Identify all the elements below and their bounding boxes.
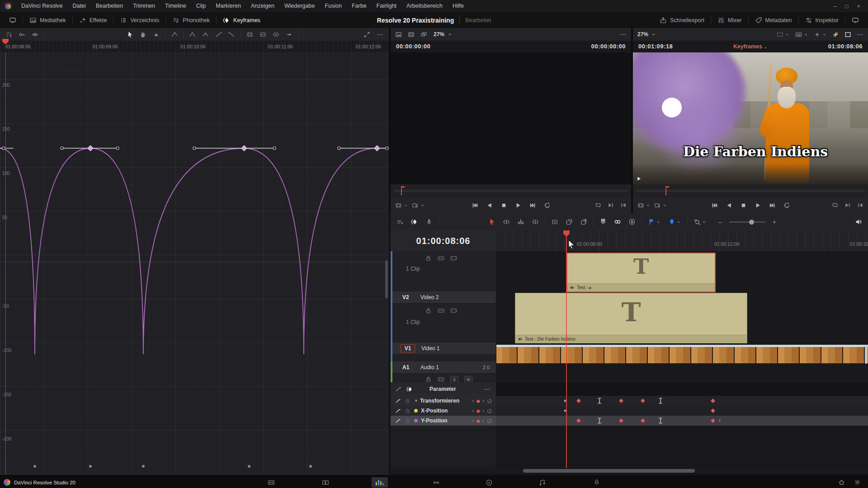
shapein-icon[interactable]: [215, 31, 222, 38]
timeline-viewer-scrub-bar[interactable]: [633, 184, 868, 197]
source-viewer-screen[interactable]: [391, 52, 631, 184]
mute-button[interactable]: M: [464, 376, 472, 382]
page-deliver[interactable]: [589, 477, 605, 488]
hq-icon[interactable]: HQ: [795, 31, 808, 38]
metadaten-button[interactable]: Metadaten: [749, 12, 798, 28]
link-icon[interactable]: [614, 218, 621, 225]
keyframe-curve-graph[interactable]: 20015010050-50-100-150-200: [0, 52, 389, 474]
brackets-icon[interactable]: [532, 218, 539, 225]
keyframe-diamond[interactable]: [641, 399, 645, 403]
film-icon[interactable]: [450, 255, 457, 262]
key-icon[interactable]: [19, 31, 25, 38]
menu-markieren[interactable]: Markieren: [211, 0, 246, 12]
keyframe-ibeam[interactable]: [659, 398, 662, 404]
cursor-icon[interactable]: [488, 218, 495, 225]
loop-button[interactable]: [544, 202, 551, 209]
track-header-v1[interactable]: V1 Video 1: [392, 343, 496, 355]
mixer-button[interactable]: Mixer: [711, 12, 748, 28]
mic-icon[interactable]: [425, 218, 433, 225]
keyframes-icon[interactable]: [406, 386, 413, 393]
gear-icon[interactable]: [854, 479, 861, 486]
lock-icon[interactable]: [425, 307, 432, 314]
flag-icon[interactable]: [648, 218, 661, 225]
loop-button[interactable]: [783, 202, 790, 209]
page-edit[interactable]: [372, 477, 388, 488]
playbar-button[interactable]: [608, 202, 614, 208]
zoom-select[interactable]: 27%: [637, 31, 656, 38]
code-icon[interactable]: [438, 376, 444, 382]
expand-icon[interactable]: [363, 31, 370, 38]
timeline-playhead-line[interactable]: [566, 230, 567, 468]
timeline-clip-text-v3[interactable]: T Text - ▸: [566, 253, 716, 292]
zoom-out-button[interactable]: –: [718, 218, 722, 226]
replace-icon[interactable]: [580, 218, 587, 225]
skipstart-button[interactable]: [711, 202, 718, 209]
magnifier-icon[interactable]: [693, 218, 707, 225]
keyframe-lane[interactable]: ›: [496, 416, 868, 426]
magnet-icon[interactable]: [599, 218, 607, 225]
menu-bearbeiten[interactable]: Bearbeiten: [91, 0, 128, 12]
hand-icon[interactable]: [140, 31, 146, 38]
shapelin-icon[interactable]: [189, 31, 196, 38]
keyframes-icon[interactable]: [411, 218, 418, 225]
insert-icon[interactable]: [551, 218, 558, 225]
looprange-button[interactable]: [595, 202, 601, 208]
safearea-icon[interactable]: [408, 31, 415, 38]
keyframe-diamond[interactable]: [711, 399, 715, 403]
lock-icon[interactable]: [425, 255, 432, 262]
minimize-icon[interactable]: –: [830, 3, 840, 9]
timeline-clip-video-v1[interactable]: [496, 345, 868, 363]
keyframe-lane[interactable]: [496, 396, 868, 406]
zoom-in-button[interactable]: +: [773, 218, 776, 226]
skipend-button[interactable]: [529, 202, 536, 209]
keyframe-diamond[interactable]: [619, 418, 623, 423]
close-icon[interactable]: ×: [854, 3, 863, 9]
razor-icon[interactable]: [517, 218, 524, 225]
menu-clip[interactable]: Clip: [191, 0, 211, 12]
inspektor-button[interactable]: Inspektor: [799, 12, 845, 28]
monitor-button[interactable]: [845, 12, 865, 28]
dots-icon[interactable]: [857, 31, 863, 38]
enhance-icon[interactable]: [814, 31, 827, 38]
app-logo-icon[interactable]: [4, 2, 12, 10]
source-timecode-left[interactable]: 00:00:00:00: [396, 43, 430, 50]
keyframe-diamond[interactable]: [711, 408, 715, 413]
keyframe-ibeam[interactable]: [659, 418, 662, 424]
menu-wiedergabe[interactable]: Wiedergabe: [279, 0, 320, 12]
viewer-current-timecode[interactable]: 01:00:08:06: [828, 43, 863, 50]
sliderdot-icon[interactable]: [286, 31, 292, 38]
menu-fusion[interactable]: Fusion: [320, 0, 347, 12]
curvetool-icon[interactable]: [171, 31, 178, 38]
frame-icon[interactable]: [844, 31, 851, 38]
playback-button[interactable]: [726, 202, 732, 209]
scrollbar-thumb[interactable]: [523, 469, 695, 473]
keyframe-ibeam[interactable]: [598, 418, 601, 424]
menu-trimmen[interactable]: Trimmen: [128, 0, 160, 12]
schnellexport-button[interactable]: Schnellexport: [653, 12, 711, 28]
curve-vertical-scrollbar[interactable]: [385, 260, 388, 298]
boxa-icon[interactable]: [246, 31, 253, 38]
code-icon[interactable]: [438, 255, 444, 262]
timeline-clip-text-v2[interactable]: T Text - Die Farben Indiens: [515, 293, 747, 343]
markerpin-icon[interactable]: [668, 218, 681, 225]
parameter-row-transformieren[interactable]: ▼Transformieren‹◆›: [391, 396, 496, 406]
barplay-button[interactable]: [857, 202, 863, 208]
code-icon[interactable]: [438, 307, 444, 314]
keyframe-arrow[interactable]: ›: [719, 417, 721, 423]
keyframe-nav[interactable]: ‹◆›: [472, 408, 492, 414]
page-fusion[interactable]: [428, 477, 444, 488]
looprange-button[interactable]: [832, 202, 838, 208]
play-button[interactable]: [755, 202, 761, 209]
timeline-ruler[interactable]: 01:00:08:0001:00:12:0001:00:16:00: [496, 230, 868, 251]
mediapool-icon[interactable]: [395, 31, 402, 38]
keyframe-lane[interactable]: [496, 406, 868, 416]
letterbox-icon[interactable]: [777, 31, 790, 38]
page-color[interactable]: [481, 477, 497, 488]
stop-button[interactable]: [500, 202, 507, 209]
keyframe-diamond[interactable]: [641, 418, 645, 423]
shapesmooth-icon[interactable]: [202, 31, 209, 38]
trim-icon[interactable]: [503, 218, 510, 225]
keyframe-nav[interactable]: ‹◆›: [472, 398, 492, 404]
overwrite-icon[interactable]: [566, 218, 573, 225]
keyframe-ibeam[interactable]: [598, 398, 601, 404]
